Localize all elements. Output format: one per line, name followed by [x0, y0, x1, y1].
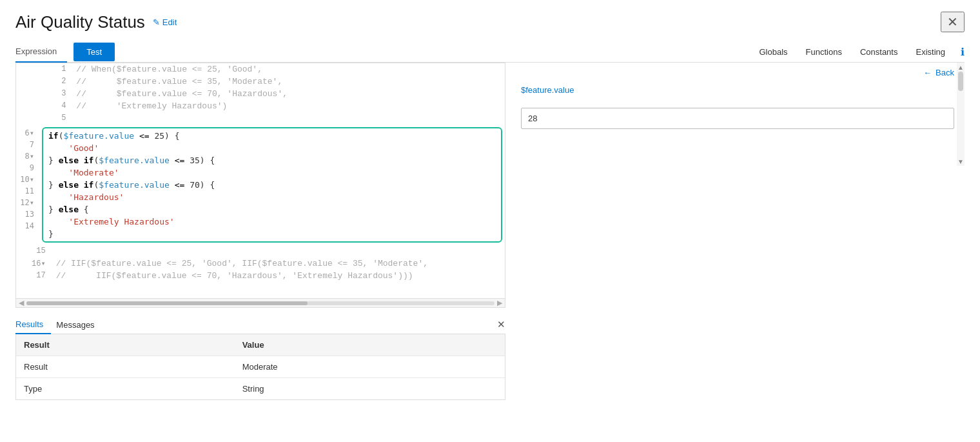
v-scrollbar[interactable]: ▲ ▼ [957, 63, 965, 166]
tab-existing[interactable]: Existing [913, 42, 948, 62]
code-line-10: } else if($feature.value <= 70) { [43, 179, 501, 191]
v-scroll-thumb [958, 72, 963, 91]
code-line-16: 16▾ // IIF($feature.value <= 25, 'Good',… [16, 257, 505, 270]
tab-section-left: Expression Test [15, 41, 756, 62]
code-line-3: 3 // $feature.value <= 70, 'Hazardous', [16, 88, 505, 100]
tab-bar: Expression Test Globals Functions Consta… [15, 41, 965, 63]
code-line-5: 5 [16, 112, 505, 125]
code-line-15: 15 [16, 245, 505, 257]
scroll-down-arrow[interactable]: ▼ [957, 157, 965, 166]
result-row2-col2: String [235, 378, 505, 400]
tab-messages[interactable]: Messages [56, 316, 102, 334]
edit-link[interactable]: ✎ Edit [153, 17, 177, 27]
result-row2-col1: Type [16, 378, 235, 400]
results-close-button[interactable]: ✕ [497, 319, 505, 330]
code-lines: 1 // When($feature.value <= 25, 'Good', … [16, 63, 505, 125]
test-button[interactable]: Test [74, 43, 115, 61]
header-left: Air Quality Status ✎ Edit [15, 12, 177, 32]
code-area[interactable]: 1 // When($feature.value <= 25, 'Good', … [16, 63, 505, 298]
code-line-17: 17 // IIF($feature.value <= 70, 'Hazardo… [16, 270, 505, 282]
tab-constants[interactable]: Constants [858, 42, 901, 62]
code-line-1: 1 // When($feature.value <= 25, 'Good', [16, 63, 505, 75]
code-line-8: } else if($feature.value <= 35) { [43, 154, 501, 166]
tab-globals[interactable]: Globals [756, 42, 790, 62]
code-editor[interactable]: 1 // When($feature.value <= 25, 'Good', … [15, 63, 505, 308]
pencil-icon: ✎ [153, 17, 160, 27]
results-panel: Results Messages ✕ Result Value [15, 316, 505, 442]
code-line-6: if($feature.value <= 25) { [43, 130, 501, 142]
page-title: Air Quality Status [15, 12, 145, 32]
tab-section-right: Globals Functions Constants Existing ℹ [756, 42, 965, 62]
highlighted-region: 6▾ 7 8▾ 9 10▾ 11 12▾ 13 14 if($feat [16, 125, 505, 245]
code-line-12: } else { [43, 203, 501, 216]
tab-functions[interactable]: Functions [803, 42, 845, 62]
result-row1-col1: Result [16, 356, 235, 378]
results-tab-bar: Results Messages ✕ [15, 316, 505, 334]
code-line-13: 'Extremely Hazardous' [43, 216, 501, 228]
h-scrollbar-track [26, 301, 495, 305]
result-row1-col2: Moderate [235, 356, 505, 378]
edit-label: Edit [162, 17, 177, 27]
results-table: Result Value Result Moderate Type [15, 334, 505, 400]
right-panel: ← Back $feature.value ▲ ▼ [505, 63, 965, 442]
feature-value-input[interactable] [521, 108, 954, 129]
back-label: Back [936, 68, 954, 77]
col-result-header: Result [16, 334, 235, 356]
tab-expression[interactable]: Expression [15, 41, 67, 63]
page-header: Air Quality Status ✎ Edit ✕ [15, 12, 965, 32]
code-line-2: 2 // $feature.value <= 35, 'Moderate', [16, 75, 505, 88]
col-value-header: Value [235, 334, 505, 356]
code-line-11: 'Hazardous' [43, 191, 501, 203]
tab-results[interactable]: Results [15, 316, 51, 334]
code-line-14: } [43, 228, 501, 240]
code-line-7: 'Good' [43, 142, 501, 154]
scroll-up-arrow[interactable]: ▲ [957, 63, 965, 72]
feature-value-label[interactable]: $feature.value [521, 85, 954, 95]
v-scroll-track [957, 72, 965, 157]
close-button[interactable]: ✕ [941, 12, 965, 32]
table-row: Result Moderate [16, 356, 505, 378]
h-scrollbar-thumb [26, 301, 308, 305]
h-scrollbar[interactable]: ◀ ▶ [16, 298, 505, 307]
back-arrow-icon: ← [923, 68, 932, 77]
info-icon[interactable]: ℹ [961, 46, 965, 58]
code-line-4: 4 // 'Extremely Hazardous') [16, 100, 505, 112]
code-line-9: 'Moderate' [43, 166, 501, 179]
body-area: 1 // When($feature.value <= 25, 'Good', … [15, 63, 965, 442]
table-row: Type String [16, 378, 505, 400]
back-button[interactable]: ← Back [923, 68, 954, 77]
